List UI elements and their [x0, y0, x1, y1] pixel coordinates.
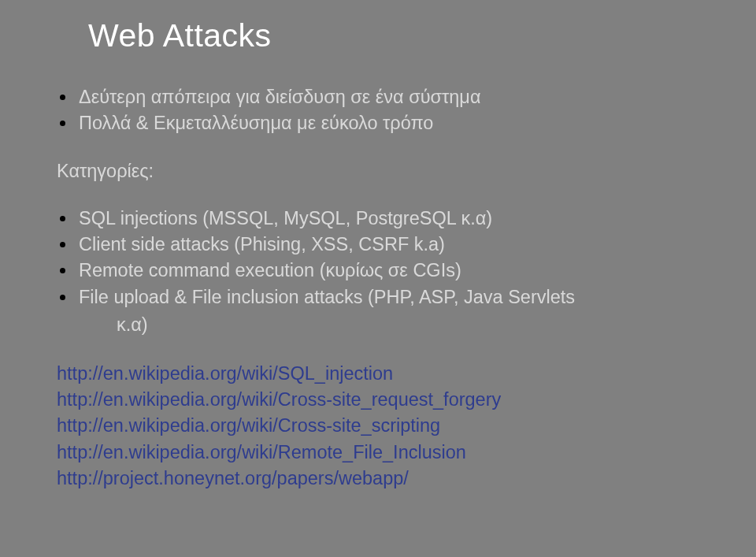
reference-link[interactable]: http://en.wikipedia.org/wiki/Cross-site_…: [57, 413, 709, 439]
slide: Web Attacks Δεύτερη απόπειρα για διείσδυ…: [0, 0, 756, 557]
intro-bullet-list: Δεύτερη απόπειρα για διείσδυση σε ένα σύ…: [57, 84, 709, 137]
intro-bullet: Δεύτερη απόπειρα για διείσδυση σε ένα σύ…: [57, 84, 709, 110]
reference-link[interactable]: http://project.honeynet.org/papers/webap…: [57, 466, 709, 492]
categories-label: Κατηγορίες:: [57, 161, 709, 182]
category-bullet: Remote command execution (κυρίως σε CGIs…: [57, 258, 709, 284]
slide-title: Web Attacks: [88, 17, 709, 54]
category-bullet-line2: κ.α): [117, 312, 709, 338]
reference-link[interactable]: http://en.wikipedia.org/wiki/SQL_injecti…: [57, 361, 709, 387]
reference-link[interactable]: http://en.wikipedia.org/wiki/Cross-site_…: [57, 387, 709, 413]
category-bullet-list: SQL injections (MSSQL, MySQL, PostgreSQL…: [57, 206, 709, 339]
reference-link[interactable]: http://en.wikipedia.org/wiki/Remote_File…: [57, 440, 709, 466]
category-bullet: Client side attacks (Phising, XSS, CSRF …: [57, 232, 709, 258]
reference-links: http://en.wikipedia.org/wiki/SQL_injecti…: [57, 361, 709, 492]
category-bullet: SQL injections (MSSQL, MySQL, PostgreSQL…: [57, 206, 709, 232]
category-bullet-line1: File upload & File inclusion attacks (PH…: [79, 287, 575, 307]
category-bullet: File upload & File inclusion attacks (PH…: [57, 284, 709, 339]
intro-bullet: Πολλά & Εκμεταλλέυσημα με εύκολο τρόπο: [57, 110, 709, 136]
